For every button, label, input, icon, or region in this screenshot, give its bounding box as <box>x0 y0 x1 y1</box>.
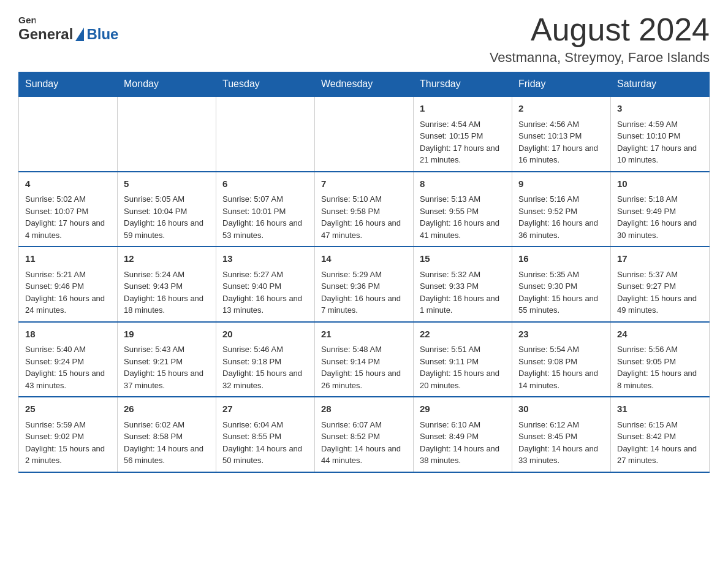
day-info: Sunrise: 5:07 AM Sunset: 10:01 PM Daylig… <box>222 193 308 241</box>
calendar-cell: 13Sunrise: 5:27 AM Sunset: 9:40 PM Dayli… <box>216 247 315 322</box>
calendar-cell: 27Sunrise: 6:04 AM Sunset: 8:55 PM Dayli… <box>216 397 315 472</box>
calendar-cell: 12Sunrise: 5:24 AM Sunset: 9:43 PM Dayli… <box>118 247 216 322</box>
day-info: Sunrise: 5:48 AM Sunset: 9:14 PM Dayligh… <box>321 343 407 391</box>
logo: General General Blue <box>18 12 118 43</box>
day-number: 28 <box>321 402 407 416</box>
day-info: Sunrise: 5:29 AM Sunset: 9:36 PM Dayligh… <box>321 269 407 316</box>
calendar-cell <box>216 96 315 172</box>
week-row-1: 1Sunrise: 4:54 AM Sunset: 10:15 PM Dayli… <box>19 96 710 172</box>
day-number: 26 <box>124 402 210 416</box>
calendar-cell: 11Sunrise: 5:21 AM Sunset: 9:46 PM Dayli… <box>19 247 118 322</box>
calendar-cell: 18Sunrise: 5:40 AM Sunset: 9:24 PM Dayli… <box>19 322 118 397</box>
day-number: 3 <box>617 102 703 116</box>
day-number: 21 <box>321 327 407 342</box>
day-info: Sunrise: 6:15 AM Sunset: 8:42 PM Dayligh… <box>617 419 703 467</box>
weekday-header-wednesday: Wednesday <box>315 72 414 97</box>
calendar-cell: 23Sunrise: 5:54 AM Sunset: 9:08 PM Dayli… <box>512 322 611 397</box>
calendar-cell: 31Sunrise: 6:15 AM Sunset: 8:42 PM Dayli… <box>611 397 710 472</box>
day-number: 25 <box>25 402 111 416</box>
calendar-cell: 29Sunrise: 6:10 AM Sunset: 8:49 PM Dayli… <box>414 397 512 472</box>
calendar-cell <box>118 96 216 172</box>
month-title: August 2024 <box>490 12 710 47</box>
day-number: 14 <box>321 252 407 266</box>
calendar-cell: 4Sunrise: 5:02 AM Sunset: 10:07 PM Dayli… <box>19 172 118 247</box>
calendar-cell: 22Sunrise: 5:51 AM Sunset: 9:11 PM Dayli… <box>414 322 512 397</box>
calendar-cell: 7Sunrise: 5:10 AM Sunset: 9:58 PM Daylig… <box>315 172 414 247</box>
day-info: Sunrise: 5:24 AM Sunset: 9:43 PM Dayligh… <box>124 269 210 316</box>
calendar-cell: 1Sunrise: 4:54 AM Sunset: 10:15 PM Dayli… <box>414 96 512 172</box>
calendar-cell: 16Sunrise: 5:35 AM Sunset: 9:30 PM Dayli… <box>512 247 611 322</box>
day-info: Sunrise: 5:27 AM Sunset: 9:40 PM Dayligh… <box>222 269 308 316</box>
calendar-table: SundayMondayTuesdayWednesdayThursdayFrid… <box>18 72 710 473</box>
day-info: Sunrise: 5:10 AM Sunset: 9:58 PM Dayligh… <box>321 193 407 241</box>
header-right: August 2024 Vestmanna, Streymoy, Faroe I… <box>490 12 710 66</box>
day-number: 10 <box>617 177 703 191</box>
day-info: Sunrise: 5:13 AM Sunset: 9:55 PM Dayligh… <box>420 193 506 241</box>
weekday-header-row: SundayMondayTuesdayWednesdayThursdayFrid… <box>19 72 710 97</box>
calendar-cell: 30Sunrise: 6:12 AM Sunset: 8:45 PM Dayli… <box>512 397 611 472</box>
week-row-3: 11Sunrise: 5:21 AM Sunset: 9:46 PM Dayli… <box>19 247 710 322</box>
day-number: 30 <box>518 402 604 416</box>
logo-general: General <box>18 26 73 43</box>
calendar-cell: 17Sunrise: 5:37 AM Sunset: 9:27 PM Dayli… <box>611 247 710 322</box>
weekday-header-tuesday: Tuesday <box>216 72 315 97</box>
day-info: Sunrise: 5:59 AM Sunset: 9:02 PM Dayligh… <box>25 419 111 467</box>
day-number: 27 <box>222 402 308 416</box>
calendar-cell: 9Sunrise: 5:16 AM Sunset: 9:52 PM Daylig… <box>512 172 611 247</box>
week-row-5: 25Sunrise: 5:59 AM Sunset: 9:02 PM Dayli… <box>19 397 710 472</box>
day-number: 22 <box>420 327 506 342</box>
day-info: Sunrise: 4:54 AM Sunset: 10:15 PM Daylig… <box>420 118 506 166</box>
day-number: 2 <box>518 102 604 116</box>
day-info: Sunrise: 4:59 AM Sunset: 10:10 PM Daylig… <box>617 118 703 166</box>
week-row-4: 18Sunrise: 5:40 AM Sunset: 9:24 PM Dayli… <box>19 322 710 397</box>
day-number: 7 <box>321 177 407 191</box>
calendar-cell: 25Sunrise: 5:59 AM Sunset: 9:02 PM Dayli… <box>19 397 118 472</box>
calendar-cell: 21Sunrise: 5:48 AM Sunset: 9:14 PM Dayli… <box>315 322 414 397</box>
calendar-cell: 20Sunrise: 5:46 AM Sunset: 9:18 PM Dayli… <box>216 322 315 397</box>
day-info: Sunrise: 5:18 AM Sunset: 9:49 PM Dayligh… <box>617 193 703 241</box>
calendar-cell: 8Sunrise: 5:13 AM Sunset: 9:55 PM Daylig… <box>414 172 512 247</box>
weekday-header-saturday: Saturday <box>611 72 710 97</box>
day-info: Sunrise: 6:12 AM Sunset: 8:45 PM Dayligh… <box>518 419 604 467</box>
day-number: 4 <box>25 177 111 191</box>
day-info: Sunrise: 6:02 AM Sunset: 8:58 PM Dayligh… <box>124 419 210 467</box>
calendar-cell: 3Sunrise: 4:59 AM Sunset: 10:10 PM Dayli… <box>611 96 710 172</box>
day-info: Sunrise: 4:56 AM Sunset: 10:13 PM Daylig… <box>518 118 604 166</box>
day-number: 11 <box>25 252 111 266</box>
calendar-cell: 28Sunrise: 6:07 AM Sunset: 8:52 PM Dayli… <box>315 397 414 472</box>
day-info: Sunrise: 5:46 AM Sunset: 9:18 PM Dayligh… <box>222 343 308 391</box>
calendar-cell: 10Sunrise: 5:18 AM Sunset: 9:49 PM Dayli… <box>611 172 710 247</box>
day-number: 8 <box>420 177 506 191</box>
calendar-cell <box>315 96 414 172</box>
day-number: 1 <box>420 102 506 116</box>
location-title: Vestmanna, Streymoy, Faroe Islands <box>490 50 710 66</box>
calendar-cell <box>19 96 118 172</box>
day-number: 20 <box>222 327 308 342</box>
day-info: Sunrise: 5:21 AM Sunset: 9:46 PM Dayligh… <box>25 269 111 316</box>
calendar-cell: 26Sunrise: 6:02 AM Sunset: 8:58 PM Dayli… <box>118 397 216 472</box>
day-number: 6 <box>222 177 308 191</box>
weekday-header-friday: Friday <box>512 72 611 97</box>
day-info: Sunrise: 5:16 AM Sunset: 9:52 PM Dayligh… <box>518 193 604 241</box>
day-number: 31 <box>617 402 703 416</box>
day-info: Sunrise: 5:35 AM Sunset: 9:30 PM Dayligh… <box>518 269 604 316</box>
page-header: General General Blue August 2024 Vestman… <box>18 12 710 66</box>
weekday-header-thursday: Thursday <box>414 72 512 97</box>
day-number: 24 <box>617 327 703 342</box>
day-number: 17 <box>617 252 703 266</box>
day-info: Sunrise: 5:37 AM Sunset: 9:27 PM Dayligh… <box>617 269 703 316</box>
calendar-cell: 15Sunrise: 5:32 AM Sunset: 9:33 PM Dayli… <box>414 247 512 322</box>
day-number: 12 <box>124 252 210 266</box>
day-info: Sunrise: 5:56 AM Sunset: 9:05 PM Dayligh… <box>617 343 703 391</box>
day-info: Sunrise: 5:05 AM Sunset: 10:04 PM Daylig… <box>124 193 210 241</box>
logo-blue: Blue <box>86 26 118 43</box>
day-number: 29 <box>420 402 506 416</box>
day-info: Sunrise: 6:07 AM Sunset: 8:52 PM Dayligh… <box>321 419 407 467</box>
day-number: 19 <box>124 327 210 342</box>
weekday-header-monday: Monday <box>118 72 216 97</box>
day-info: Sunrise: 5:32 AM Sunset: 9:33 PM Dayligh… <box>420 269 506 316</box>
day-info: Sunrise: 5:54 AM Sunset: 9:08 PM Dayligh… <box>518 343 604 391</box>
calendar-cell: 14Sunrise: 5:29 AM Sunset: 9:36 PM Dayli… <box>315 247 414 322</box>
calendar-cell: 19Sunrise: 5:43 AM Sunset: 9:21 PM Dayli… <box>118 322 216 397</box>
day-number: 9 <box>518 177 604 191</box>
